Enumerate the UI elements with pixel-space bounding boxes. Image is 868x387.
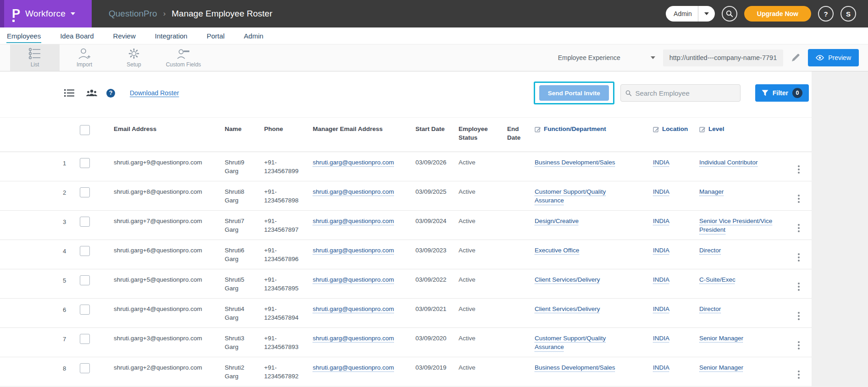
- manager-email-cell[interactable]: shruti.garg@questionpro.com: [313, 334, 415, 343]
- level-cell[interactable]: Director: [699, 246, 785, 255]
- tab-review[interactable]: Review: [113, 29, 136, 43]
- level-cell[interactable]: Individual Contributor: [699, 158, 785, 167]
- row-menu-button[interactable]: [795, 280, 802, 294]
- location-cell[interactable]: INDIA: [653, 158, 699, 167]
- employee-phone: +91-1234567898: [264, 187, 313, 205]
- tab-portal[interactable]: Portal: [206, 29, 225, 43]
- row-menu-button[interactable]: [795, 163, 802, 176]
- row-checkbox[interactable]: [80, 305, 90, 315]
- filter-button[interactable]: Filter 0: [755, 84, 809, 102]
- header-location[interactable]: Location: [653, 125, 699, 134]
- admin-menu-button[interactable]: Admin: [666, 6, 715, 22]
- search-employee-input[interactable]: [635, 89, 735, 97]
- roster-help-icon[interactable]: ?: [106, 89, 115, 98]
- function-department-cell[interactable]: Customer Support/Quality Assurance: [535, 334, 653, 352]
- manager-email-cell[interactable]: shruti.garg@questionpro.com: [313, 217, 415, 226]
- send-portal-invite-button[interactable]: Send Portal Invite: [539, 85, 609, 101]
- employee-roster-table: Email Address Name Phone Manager Email A…: [0, 117, 812, 387]
- row-number: 3: [63, 217, 80, 227]
- row-number: 7: [63, 334, 80, 344]
- function-department-cell[interactable]: Executive Office: [535, 246, 653, 255]
- toolbar-views: List Import Setup: [10, 44, 208, 71]
- row-checkbox[interactable]: [80, 275, 90, 285]
- edit-icon: [653, 126, 659, 132]
- location-cell[interactable]: INDIA: [653, 275, 699, 284]
- tab-employees[interactable]: Employees: [6, 29, 41, 43]
- row-menu-button[interactable]: [795, 368, 802, 382]
- admin-menu-caret[interactable]: [698, 6, 715, 22]
- location-cell[interactable]: INDIA: [653, 217, 699, 226]
- row-menu-button[interactable]: [795, 309, 802, 323]
- tab-idea-board[interactable]: Idea Board: [60, 29, 94, 43]
- row-checkbox[interactable]: [80, 158, 90, 168]
- employee-phone: +91-1234567899: [264, 158, 313, 176]
- location-cell[interactable]: INDIA: [653, 305, 699, 314]
- function-department-cell[interactable]: Business Development/Sales: [535, 158, 653, 167]
- function-department-cell[interactable]: Client Services/Delivery: [535, 305, 653, 314]
- function-department-cell[interactable]: Design/Creative: [535, 217, 653, 226]
- user-avatar[interactable]: S: [840, 6, 856, 22]
- gear-icon: [127, 48, 140, 60]
- edit-url-button[interactable]: [791, 53, 800, 62]
- function-department-cell[interactable]: Client Services/Delivery: [535, 275, 653, 284]
- experience-select[interactable]: Employee Experience: [558, 54, 655, 61]
- manager-email-cell[interactable]: shruti.garg@questionpro.com: [313, 363, 415, 372]
- location-cell[interactable]: INDIA: [653, 363, 699, 372]
- row-checkbox[interactable]: [80, 334, 90, 344]
- toolbar-item-label: Custom Fields: [166, 61, 201, 68]
- row-menu-button[interactable]: [795, 221, 802, 235]
- location-cell[interactable]: INDIA: [653, 187, 699, 196]
- toolbar-item-import[interactable]: Import: [60, 44, 109, 71]
- function-department-cell[interactable]: Business Development/Sales: [535, 363, 653, 372]
- select-all-checkbox[interactable]: [80, 125, 90, 135]
- list-view-toggle[interactable]: [64, 89, 74, 97]
- level-cell[interactable]: Senior Vice President/Vice President: [699, 217, 785, 234]
- row-menu-button[interactable]: [795, 192, 802, 206]
- row-number: 2: [63, 187, 80, 197]
- portal-url-field[interactable]: http://untitled---company-name-7791: [663, 49, 784, 66]
- level-cell[interactable]: Director: [699, 305, 785, 314]
- breadcrumb-app[interactable]: QuestionPro: [109, 9, 157, 19]
- level-cell[interactable]: Senior Manager: [699, 334, 785, 343]
- level-cell[interactable]: C-Suite/Exec: [699, 275, 785, 284]
- preview-button[interactable]: Preview: [808, 49, 859, 66]
- eye-icon: [816, 55, 824, 60]
- table-row: 6 shruti.garg+4@questionpro.com Shruti4 …: [0, 299, 812, 328]
- level-cell[interactable]: Manager: [699, 187, 785, 196]
- employee-search: [620, 84, 741, 102]
- header-level[interactable]: Level: [699, 125, 785, 134]
- toolbar-item-setup[interactable]: Setup: [109, 44, 159, 71]
- tab-admin[interactable]: Admin: [243, 29, 264, 43]
- row-menu-button[interactable]: [795, 338, 802, 352]
- upgrade-now-button[interactable]: Upgrade Now: [744, 6, 811, 22]
- employee-email: shruti.garg+6@questionpro.com: [114, 246, 225, 255]
- row-checkbox[interactable]: [80, 217, 90, 227]
- help-button[interactable]: ?: [818, 6, 834, 22]
- manager-email-cell[interactable]: shruti.garg@questionpro.com: [313, 158, 415, 167]
- row-checkbox[interactable]: [80, 363, 90, 373]
- row-menu-button[interactable]: [795, 251, 802, 264]
- manager-email-cell[interactable]: shruti.garg@questionpro.com: [313, 246, 415, 255]
- header-function-department[interactable]: Function/Department: [535, 125, 653, 134]
- toolbar-item-list[interactable]: List: [10, 44, 60, 71]
- location-cell[interactable]: INDIA: [653, 334, 699, 343]
- global-search-button[interactable]: [722, 6, 737, 22]
- manager-email-cell[interactable]: shruti.garg@questionpro.com: [313, 275, 415, 284]
- group-view-toggle[interactable]: [86, 89, 97, 97]
- toolbar-item-label: List: [31, 61, 39, 68]
- download-roster-link[interactable]: Download Roster: [130, 89, 179, 97]
- function-department-cell[interactable]: Customer Support/Quality Assurance: [535, 187, 653, 205]
- location-cell[interactable]: INDIA: [653, 246, 699, 255]
- row-checkbox[interactable]: [80, 246, 90, 256]
- header-manager-email: Manager Email Address: [313, 125, 415, 134]
- manager-email-cell[interactable]: shruti.garg@questionpro.com: [313, 305, 415, 314]
- level-cell[interactable]: Senior Manager: [699, 363, 785, 372]
- tab-integration[interactable]: Integration: [155, 29, 188, 43]
- kebab-icon: [798, 253, 800, 255]
- start-date: 03/09/2022: [415, 275, 459, 284]
- toolbar-item-custom-fields[interactable]: Custom Fields: [159, 44, 208, 71]
- workforce-brand-menu[interactable]: P Workforce: [0, 0, 92, 27]
- breadcrumb: QuestionPro › Manage Employee Roster: [109, 9, 272, 19]
- manager-email-cell[interactable]: shruti.garg@questionpro.com: [313, 187, 415, 196]
- row-checkbox[interactable]: [80, 187, 90, 197]
